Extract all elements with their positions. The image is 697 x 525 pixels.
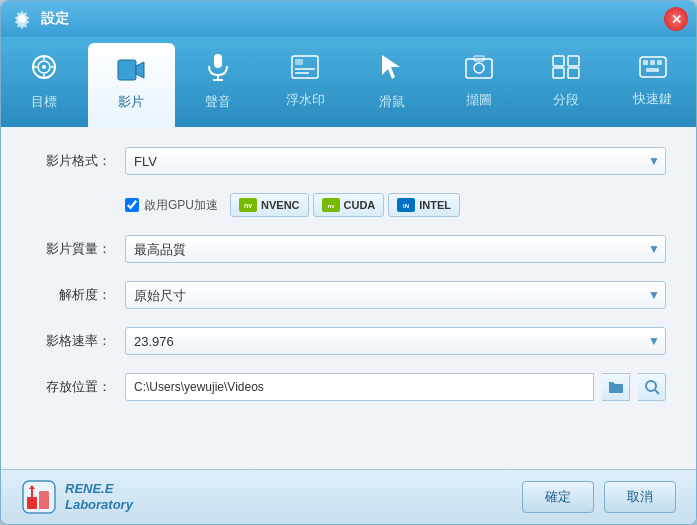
fps-select[interactable]: 23.976 24 25 29.97 30 60 <box>125 327 666 355</box>
quality-label: 影片質量： <box>31 240 111 258</box>
gpu-checkbox[interactable] <box>125 198 139 212</box>
svg-line-37 <box>655 390 659 394</box>
settings-content: 影片格式： FLV MP4 AVI MOV MKV ▼ 啟用GPU加速 <box>1 127 696 471</box>
fps-control: 23.976 24 25 29.97 30 60 ▼ <box>125 327 666 355</box>
svg-point-36 <box>646 381 656 391</box>
tab-bar: 目標 影片 聲音 <box>1 37 696 127</box>
confirm-button[interactable]: 確定 <box>522 481 594 513</box>
logo-text: RENE.E Laboratory <box>65 481 133 512</box>
footer-buttons: 確定 取消 <box>522 481 676 513</box>
search-icon <box>644 379 660 395</box>
path-label: 存放位置： <box>31 378 111 396</box>
target-icon <box>30 53 58 87</box>
format-row: 影片格式： FLV MP4 AVI MOV MKV ▼ <box>31 147 666 175</box>
tab-segment[interactable]: 分段 <box>522 37 609 127</box>
quality-row: 影片質量： 最高品質 高品質 中等品質 低品質 ▼ <box>31 235 666 263</box>
path-control: C:\Users\yewujie\Videos <box>125 373 666 401</box>
settings-icon <box>11 8 33 30</box>
svg-point-3 <box>42 65 46 69</box>
audio-icon <box>207 53 229 87</box>
resolution-select-wrap: 原始尺寸 1920x1080 1280x720 640x480 ▼ <box>125 281 666 309</box>
svg-rect-24 <box>568 68 579 78</box>
path-input[interactable]: C:\Users\yewujie\Videos <box>125 373 594 401</box>
tab-hotkey-label: 快速鍵 <box>633 90 672 108</box>
fps-row: 影格速率： 23.976 24 25 29.97 30 60 ▼ <box>31 327 666 355</box>
svg-text:IN: IN <box>403 203 409 209</box>
svg-rect-27 <box>650 60 655 65</box>
svg-rect-23 <box>553 68 564 78</box>
svg-point-19 <box>474 63 484 73</box>
cursor-icon <box>380 53 404 87</box>
folder-button[interactable] <box>602 373 630 401</box>
format-select-wrap: FLV MP4 AVI MOV MKV ▼ <box>125 147 666 175</box>
resolution-control: 原始尺寸 1920x1080 1280x720 640x480 ▼ <box>125 281 666 309</box>
footer-logo: RENE.E Laboratory <box>21 479 133 515</box>
svg-rect-29 <box>646 68 659 72</box>
tab-cursor[interactable]: 滑鼠 <box>349 37 436 127</box>
tab-target[interactable]: 目標 <box>1 37 88 127</box>
folder-icon <box>608 380 624 394</box>
tab-cursor-label: 滑鼠 <box>379 93 405 111</box>
tab-video[interactable]: 影片 <box>88 43 175 127</box>
svg-text:nv: nv <box>327 203 335 209</box>
search-button[interactable] <box>638 373 666 401</box>
cuda-icon: nv <box>322 198 340 212</box>
video-icon <box>117 59 145 87</box>
intel-icon: IN <box>397 198 415 212</box>
tab-target-label: 目標 <box>31 93 57 111</box>
logo-icon <box>21 479 57 515</box>
svg-rect-21 <box>553 56 564 66</box>
settings-window: 設定 ✕ 目標 <box>0 0 697 525</box>
fps-label: 影格速率： <box>31 332 111 350</box>
path-row: 存放位置： C:\Users\yewujie\Videos <box>31 373 666 401</box>
screenshot-icon <box>465 55 493 85</box>
cuda-button[interactable]: nv CUDA <box>313 193 385 217</box>
title-bar: 設定 ✕ <box>1 1 696 37</box>
segment-icon <box>552 55 580 85</box>
svg-marker-9 <box>136 62 144 78</box>
nvenc-icon: nv <box>239 198 257 212</box>
svg-rect-14 <box>295 59 303 65</box>
hotkey-icon <box>639 56 667 84</box>
svg-rect-40 <box>39 491 49 509</box>
svg-rect-8 <box>118 60 136 80</box>
fps-select-wrap: 23.976 24 25 29.97 30 60 ▼ <box>125 327 666 355</box>
close-button[interactable]: ✕ <box>664 7 688 31</box>
svg-rect-26 <box>643 60 648 65</box>
gpu-checkbox-label[interactable]: 啟用GPU加速 <box>125 197 218 214</box>
quality-select-wrap: 最高品質 高品質 中等品質 低品質 ▼ <box>125 235 666 263</box>
format-select[interactable]: FLV MP4 AVI MOV MKV <box>125 147 666 175</box>
tab-watermark-label: 浮水印 <box>286 91 325 109</box>
quality-control: 最高品質 高品質 中等品質 低品質 ▼ <box>125 235 666 263</box>
svg-rect-22 <box>568 56 579 66</box>
svg-text:nv: nv <box>244 202 252 209</box>
tab-audio[interactable]: 聲音 <box>175 37 262 127</box>
tab-video-label: 影片 <box>118 93 144 111</box>
svg-rect-39 <box>27 497 37 509</box>
format-control: FLV MP4 AVI MOV MKV ▼ <box>125 147 666 175</box>
tab-hotkey[interactable]: 快速鍵 <box>609 37 696 127</box>
tab-screenshot-label: 擷圖 <box>466 91 492 109</box>
format-label: 影片格式： <box>31 152 111 170</box>
footer: RENE.E Laboratory 確定 取消 <box>1 469 696 524</box>
svg-rect-18 <box>466 59 492 78</box>
gpu-row: 啟用GPU加速 nv NVENC nv CUDA IN <box>125 193 666 217</box>
tab-segment-label: 分段 <box>553 91 579 109</box>
window-title: 設定 <box>41 10 69 28</box>
watermark-icon <box>291 55 319 85</box>
intel-button[interactable]: IN INTEL <box>388 193 460 217</box>
tab-screenshot[interactable]: 擷圖 <box>435 37 522 127</box>
svg-marker-17 <box>382 55 400 79</box>
resolution-row: 解析度： 原始尺寸 1920x1080 1280x720 640x480 ▼ <box>31 281 666 309</box>
tab-audio-label: 聲音 <box>205 93 231 111</box>
resolution-label: 解析度： <box>31 286 111 304</box>
svg-rect-10 <box>214 54 222 68</box>
resolution-select[interactable]: 原始尺寸 1920x1080 1280x720 640x480 <box>125 281 666 309</box>
svg-rect-28 <box>657 60 662 65</box>
tab-watermark[interactable]: 浮水印 <box>262 37 349 127</box>
cancel-button[interactable]: 取消 <box>604 481 676 513</box>
quality-select[interactable]: 最高品質 高品質 中等品質 低品質 <box>125 235 666 263</box>
nvenc-button[interactable]: nv NVENC <box>230 193 309 217</box>
